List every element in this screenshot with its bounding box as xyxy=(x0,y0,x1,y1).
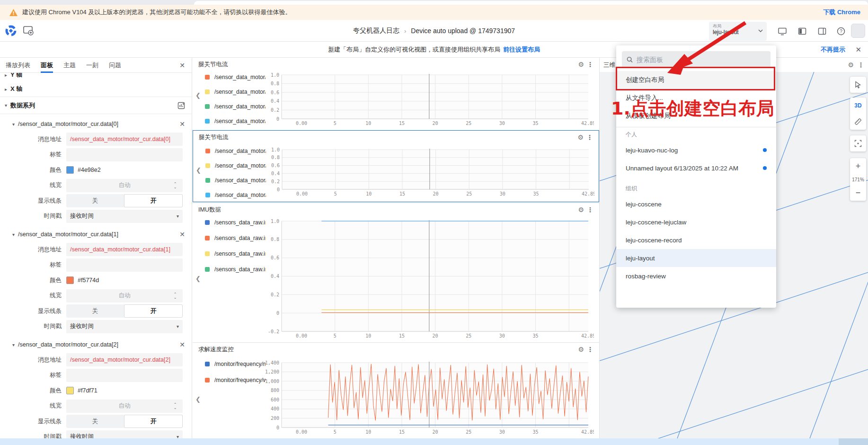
color-swatch[interactable] xyxy=(66,387,74,394)
toggle-off[interactable]: 关 xyxy=(66,304,124,318)
legend-item[interactable]: /sensor_data_motor/motor_cur xyxy=(205,148,266,154)
gear-icon[interactable]: ⚙ xyxy=(577,134,584,141)
legend-item[interactable]: /sensor_data_motor/motor_cur xyxy=(205,177,266,184)
line-width-input[interactable]: 自动 ⌃⌄ xyxy=(66,400,183,413)
gear-icon[interactable]: ⚙ xyxy=(578,61,584,68)
toggle-on[interactable]: 开 xyxy=(124,194,183,207)
timestamp-select[interactable]: 接收时间 ▾ xyxy=(66,430,183,439)
legend-item[interactable]: /sensor_data_motor/motor_cur xyxy=(205,89,266,95)
timestamp-select[interactable]: 接收时间 ▾ xyxy=(66,210,183,223)
breadcrumb-record[interactable]: Device auto upload @ 1749731907 xyxy=(411,27,515,35)
legend-item[interactable]: /sensors_data_raw.imu_data xyxy=(205,266,266,273)
label-input[interactable] xyxy=(66,369,183,382)
close-icon[interactable]: ✕ xyxy=(179,62,185,69)
layout-selector[interactable]: 布局 leju-layout xyxy=(709,22,767,41)
menu-item-layout[interactable]: leju-coscene-lejuclaw xyxy=(616,213,776,231)
legend-item[interactable]: /monitor/frequency/mpc. xyxy=(205,361,266,367)
breadcrumb-project[interactable]: 夸父机器人日志 xyxy=(353,27,399,35)
legend-item[interactable]: /sensor_data_motor/motor_cur xyxy=(205,192,266,198)
menu-item-layout[interactable]: Unnamed layout 6/13/2025 at 10:22 AM xyxy=(616,159,776,177)
plot-panel-solver-speed[interactable]: 求解速度监控 ⚙ ⋮ ❮ /monitor/frequency/mpc. /mo… xyxy=(193,342,599,438)
toggle-on[interactable]: 开 xyxy=(124,304,183,318)
panel-search-box[interactable] xyxy=(622,51,771,68)
color-swatch[interactable] xyxy=(66,166,74,174)
line-chart[interactable]: 1.00.80.60.40.200.00510152025303542.89 xyxy=(263,71,594,129)
legend-item[interactable]: /monitor/frequency/wbc. xyxy=(205,377,266,383)
color-swatch[interactable] xyxy=(66,276,74,284)
label-input[interactable] xyxy=(66,148,183,161)
remove-series-icon[interactable]: ✕ xyxy=(179,231,185,238)
search-input[interactable] xyxy=(637,56,766,63)
remove-series-icon[interactable]: ✕ xyxy=(179,341,185,348)
plot-panel-leg-current-2[interactable]: 腿关节电流 ⚙ ⋮ ❮ /sensor_data_motor/motor_cur… xyxy=(193,130,599,202)
message-path-input[interactable]: /sensor_data_motor/motor_cur.data[2] xyxy=(66,353,183,366)
legend-item[interactable]: /sensor_data_motor/motor_cur xyxy=(205,74,266,80)
plot-panel-leg-current-1[interactable]: 腿关节电流 ⚙ ⋮ ❮ /sensor_data_motor/motor_cur… xyxy=(193,58,599,130)
timestamp-select[interactable]: 接收时间 ▾ xyxy=(66,320,183,333)
toggle-off[interactable]: 关 xyxy=(66,194,124,207)
series-header[interactable]: ▾ /sensor_data_motor/motor_cur.data[0] ✕ xyxy=(0,116,192,132)
color-field[interactable]: #f7df71 xyxy=(66,384,183,397)
message-path-input[interactable]: /sensor_data_motor/motor_cur.data[0] xyxy=(66,133,183,146)
plot-panel-imu[interactable]: IMU数据 ⚙ ⋮ ❮ /sensors_data_raw.imu_data /… xyxy=(193,203,599,342)
menu-item-layout[interactable]: leju-coscene-record xyxy=(616,231,776,249)
kebab-menu-icon[interactable]: ⋮ xyxy=(587,61,593,68)
right-sidebar-toggle-icon[interactable] xyxy=(817,26,827,36)
legend-item[interactable]: /sensor_data_motor/motor_cur xyxy=(205,118,266,125)
legend-collapse-icon[interactable]: ❮ xyxy=(195,275,201,282)
download-chrome-link[interactable]: 下载 Chrome xyxy=(823,8,860,17)
tab-playlist[interactable]: 播放列表 xyxy=(6,58,30,73)
kebab-menu-icon[interactable]: ⋮ xyxy=(586,134,593,141)
line-chart[interactable]: 1.00.80.60.40.20-0.20.00510152025303542.… xyxy=(263,217,594,342)
playback-progress-bar[interactable] xyxy=(0,438,868,445)
tree-row-data-series[interactable]: ▾ 数据系列 xyxy=(0,97,192,114)
legend-collapse-icon[interactable]: ❮ xyxy=(195,396,201,403)
menu-item-create-blank-layout[interactable]: 创建空白布局 xyxy=(616,71,776,89)
stepper-control[interactable]: ⌃⌄ xyxy=(169,401,181,411)
gear-icon[interactable]: ⚙ xyxy=(848,61,854,69)
zoom-out-button[interactable]: − xyxy=(850,185,866,201)
line-chart[interactable]: 1.00.80.60.40.200.00510152025303542.89 xyxy=(263,146,594,200)
menu-item-layout[interactable]: rosbag-review xyxy=(616,267,776,285)
kebab-menu-icon[interactable]: ⋮ xyxy=(587,346,593,353)
message-path-input[interactable]: /sensor_data_motor/motor_cur.data[1] xyxy=(66,243,183,256)
show-line-toggle[interactable]: 关 开 xyxy=(66,194,183,207)
toggle-off[interactable]: 关 xyxy=(66,415,124,428)
help-icon[interactable]: ? xyxy=(836,26,846,36)
color-field[interactable]: #f5774d xyxy=(66,274,183,287)
add-series-icon[interactable] xyxy=(177,102,185,109)
tab-problems[interactable]: 问题 xyxy=(109,58,121,73)
menu-item-create-from-template[interactable]: 从模板创建布局 xyxy=(616,107,776,125)
left-sidebar-toggle-icon[interactable] xyxy=(797,26,807,36)
measure-tool-icon[interactable] xyxy=(850,114,866,130)
line-chart[interactable]: 1,4001,2001,00080060040020000.0051015202… xyxy=(263,359,594,438)
menu-item-layout-selected[interactable]: leju-layout xyxy=(616,249,776,267)
menu-item-layout[interactable]: leju-coscene xyxy=(616,195,776,213)
goto-layout-settings-link[interactable]: 前往设置布局 xyxy=(503,45,540,54)
legend-collapse-icon[interactable]: ❮ xyxy=(195,92,201,99)
series-header[interactable]: ▾ /sensor_data_motor/motor_cur.data[2] ✕ xyxy=(0,337,192,353)
tab-moments[interactable]: 一刻 xyxy=(86,58,98,73)
toggle-on[interactable]: 开 xyxy=(124,415,183,428)
close-icon[interactable]: ✕ xyxy=(855,45,861,54)
legend-item[interactable]: /sensors_data_raw.imu_data xyxy=(205,235,266,241)
stepper-control[interactable]: ⌃⌄ xyxy=(169,180,181,191)
zoom-in-button[interactable]: + xyxy=(850,158,866,174)
gear-icon[interactable]: ⚙ xyxy=(578,346,584,353)
legend-collapse-icon[interactable]: ❮ xyxy=(196,167,201,174)
gear-icon[interactable]: ⚙ xyxy=(578,206,584,214)
legend-item[interactable]: /sensor_data_motor/motor_cur xyxy=(205,162,266,169)
menu-item-import-from-file[interactable]: 从文件导入... xyxy=(616,89,776,107)
series-header[interactable]: ▾ /sensor_data_motor/motor_cur.data[1] ✕ xyxy=(0,226,192,242)
show-line-toggle[interactable]: 关 开 xyxy=(66,415,183,428)
tree-row-x-axis[interactable]: ▸ X 轴 xyxy=(0,81,192,97)
screen-mode-icon[interactable] xyxy=(777,26,788,36)
pointer-tool-icon[interactable] xyxy=(850,77,866,93)
remove-series-icon[interactable]: ✕ xyxy=(179,120,185,128)
kebab-menu-icon[interactable]: ⋮ xyxy=(858,61,864,69)
mode-3d-button[interactable]: 3D xyxy=(850,98,866,114)
show-line-toggle[interactable]: 关 开 xyxy=(66,304,183,318)
label-input[interactable] xyxy=(66,258,183,272)
line-width-input[interactable]: 自动 ⌃⌄ xyxy=(66,289,183,303)
legend-item[interactable]: /sensors_data_raw.imu_data xyxy=(205,250,266,257)
